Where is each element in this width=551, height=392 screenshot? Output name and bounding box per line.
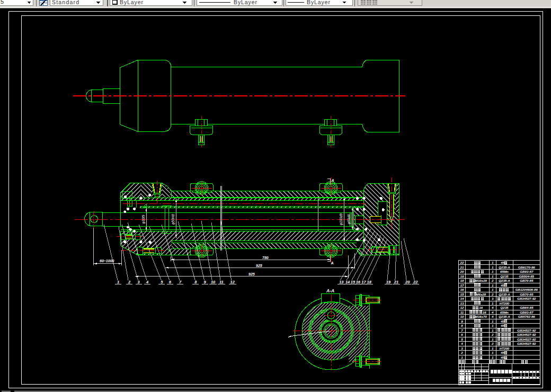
svg-text:M10x28: M10x28 — [475, 279, 487, 282]
svg-text:1: 1 — [492, 351, 494, 354]
svg-text:45: 45 — [500, 261, 504, 264]
svg-text:φ50d8: φ50d8 — [347, 214, 351, 224]
svg-text:GB34527-92: GB34527-92 — [517, 328, 536, 332]
svg-text:2: 2 — [460, 351, 463, 354]
svg-text:φ30f9: φ30f9 — [141, 215, 146, 224]
svg-text:11: 11 — [460, 310, 464, 314]
svg-text:11: 11 — [219, 280, 224, 284]
svg-text:9: 9 — [461, 319, 463, 323]
svg-text:65Mn: 65Mn — [500, 270, 509, 273]
svg-text:2: 2 — [491, 279, 494, 282]
svg-text:GB70-85: GB70-85 — [520, 292, 534, 296]
svg-text:14: 14 — [345, 280, 350, 284]
svg-text:2: 2 — [128, 280, 131, 284]
svg-text:8: 8 — [461, 324, 463, 327]
svg-text:1: 1 — [492, 355, 494, 359]
svg-text:16: 16 — [479, 306, 483, 309]
svg-text:15: 15 — [460, 292, 464, 296]
svg-text:18: 18 — [367, 280, 372, 284]
svg-text:4: 4 — [491, 310, 494, 314]
svg-text:1: 1 — [117, 280, 119, 284]
svg-text:16: 16 — [483, 310, 486, 314]
svg-text:1: 1 — [461, 355, 463, 359]
svg-text:Q235-A: Q235-A — [499, 315, 510, 318]
svg-text:1: 1 — [492, 346, 494, 350]
svg-text:GB34527-92: GB34527-92 — [517, 333, 536, 336]
svg-text:1:1: 1:1 — [531, 373, 536, 377]
svg-text:19: 19 — [386, 280, 391, 284]
svg-text:21: 21 — [459, 265, 464, 269]
svg-text:16: 16 — [460, 288, 464, 291]
svg-text:17: 17 — [361, 280, 366, 284]
svg-text:Standard: Standard — [52, 0, 79, 5]
svg-text:Q235-A: Q235-A — [499, 279, 510, 282]
svg-text:1: 1 — [492, 324, 494, 327]
svg-text:ByLayer: ByLayer — [234, 0, 257, 5]
svg-text:2: 2 — [491, 333, 494, 336]
svg-text:4: 4 — [146, 280, 149, 284]
svg-text:M6x28: M6x28 — [476, 292, 486, 296]
svg-text:65Mn: 65Mn — [500, 310, 509, 314]
svg-text:10: 10 — [460, 315, 464, 318]
svg-text:1: 1 — [523, 373, 526, 377]
svg-text:12: 12 — [230, 280, 235, 284]
svg-text:2: 2 — [491, 342, 494, 345]
svg-text:45: 45 — [500, 351, 504, 354]
svg-text:60~1000: 60~1000 — [100, 259, 114, 263]
svg-text:15: 15 — [351, 280, 356, 284]
svg-text:1: 1 — [492, 301, 494, 305]
svg-text:1: 1 — [492, 265, 494, 269]
svg-text:GB6170-86: GB6170-86 — [518, 265, 536, 269]
svg-text:13: 13 — [339, 280, 344, 284]
svg-text:14: 14 — [460, 297, 464, 300]
svg-text:20: 20 — [405, 280, 410, 284]
svg-text:925: 925 — [248, 272, 255, 276]
svg-text:3: 3 — [461, 346, 463, 350]
svg-text:5: 5 — [1, 0, 4, 5]
svg-text:A-A: A-A — [326, 288, 334, 293]
svg-text:GB93-87: GB93-87 — [520, 310, 534, 314]
svg-text:2: 2 — [491, 292, 494, 296]
svg-text:5: 5 — [461, 337, 463, 341]
svg-text:GB34527-92: GB34527-92 — [517, 342, 536, 345]
svg-text:Q235: Q235 — [500, 274, 509, 278]
svg-text:A: A — [331, 261, 334, 265]
svg-text:1: 1 — [492, 283, 494, 287]
svg-text:Q235-A: Q235-A — [499, 265, 510, 269]
svg-text:19: 19 — [460, 274, 464, 278]
svg-text:φ50H8: φ50H8 — [171, 214, 175, 225]
svg-text:17: 17 — [460, 283, 464, 287]
svg-text:1: 1 — [492, 328, 494, 332]
svg-text:21: 21 — [394, 280, 398, 284]
svg-text:18: 18 — [460, 279, 464, 282]
svg-text:GB1204606-86: GB1204606-86 — [516, 288, 538, 291]
svg-text:22: 22 — [413, 280, 418, 284]
svg-text:1: 1 — [492, 337, 494, 341]
svg-text:4: 4 — [491, 315, 494, 318]
svg-text:GB34527-92: GB34527-92 — [517, 337, 536, 341]
svg-text:22: 22 — [459, 261, 464, 264]
svg-text:13: 13 — [460, 301, 464, 305]
svg-text:780: 780 — [262, 256, 269, 260]
svg-text:45: 45 — [500, 283, 504, 287]
svg-text:1: 1 — [492, 274, 494, 278]
svg-text:M16x70: M16x70 — [475, 315, 487, 318]
svg-text:GB5782-86: GB5782-86 — [518, 315, 536, 318]
svg-text:GB504-85: GB504-85 — [519, 274, 535, 278]
svg-text:GB34527-92: GB34527-92 — [517, 297, 536, 300]
svg-text:Q235-A: Q235-A — [499, 292, 510, 296]
svg-text:10: 10 — [211, 280, 216, 284]
svg-text:1: 1 — [492, 270, 494, 273]
svg-text:1: 1 — [492, 288, 494, 291]
svg-text:GB64-85: GB64-85 — [520, 306, 534, 309]
svg-text:6: 6 — [461, 333, 463, 336]
svg-text:925: 925 — [256, 264, 262, 268]
svg-text:45: 45 — [500, 355, 504, 359]
svg-text:1: 1 — [492, 261, 494, 264]
svg-text:Q235: Q235 — [500, 306, 509, 309]
svg-text:HT200: HT200 — [500, 301, 510, 305]
svg-text:45: 45 — [500, 324, 504, 327]
svg-text:HT200: HT200 — [500, 346, 510, 350]
svg-text:7: 7 — [461, 328, 463, 332]
svg-text:ByLayer: ByLayer — [307, 0, 331, 5]
